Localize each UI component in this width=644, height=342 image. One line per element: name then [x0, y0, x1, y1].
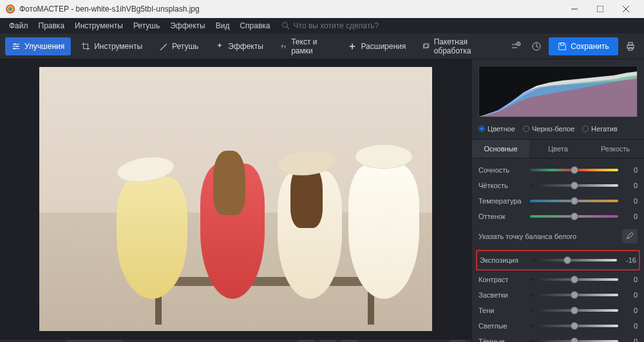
svg-rect-4: [597, 6, 603, 12]
svg-point-12: [16, 45, 18, 47]
tab-main[interactable]: Основные: [472, 140, 529, 158]
tab-text-label: Текст и рамки: [291, 37, 331, 55]
exposure-highlight-box: Экспозиция -16: [476, 250, 640, 271]
eyedropper-button[interactable]: [622, 229, 638, 243]
crop-icon: [81, 42, 90, 51]
radio-bw[interactable]: Черно-белое: [523, 125, 574, 133]
tab-retouch[interactable]: Ретушь: [153, 37, 205, 55]
radio-bw-label: Черно-белое: [532, 125, 574, 133]
slider-darks[interactable]: Тёмные 0: [478, 334, 638, 342]
svg-point-2: [8, 7, 12, 11]
slider-clarity-label: Чёткость: [478, 182, 526, 189]
tab-extensions[interactable]: Расширения: [341, 37, 412, 55]
slider-darks-value: 0: [622, 337, 638, 342]
print-icon: [625, 41, 636, 52]
canvas-viewport[interactable]: [0, 59, 471, 339]
slider-saturation-label: Сочность: [478, 166, 526, 174]
slider-saturation[interactable]: Сочность 0: [478, 162, 638, 178]
menu-help[interactable]: Справка: [234, 18, 275, 33]
menu-effects[interactable]: Эффекты: [165, 18, 211, 33]
slider-clarity[interactable]: Чёткость 0: [478, 178, 638, 193]
slider-temperature[interactable]: Температура 0: [478, 193, 638, 209]
toggle-preview-button[interactable]: [201, 339, 222, 342]
tab-improve-label: Улучшения: [24, 42, 64, 51]
svg-point-7: [282, 23, 287, 28]
tab-extensions-label: Расширения: [361, 42, 406, 51]
save-button[interactable]: Сохранить: [549, 37, 618, 55]
save-icon: [558, 42, 567, 51]
tab-effects[interactable]: Эффекты: [209, 37, 270, 55]
svg-rect-26: [561, 43, 564, 45]
photo-preview: [39, 67, 432, 331]
slider-darks-label: Тёмные: [478, 337, 526, 342]
histogram: [478, 66, 638, 117]
menu-retouch[interactable]: Ретушь: [128, 18, 165, 33]
slider-saturation-value: 0: [622, 166, 638, 174]
slider-exposure-label: Экспозиция: [480, 256, 527, 264]
slider-lights-value: 0: [622, 322, 638, 330]
white-balance-row: Указать точку баланса белого: [478, 224, 638, 249]
history-button[interactable]: [528, 37, 545, 55]
maximize-button[interactable]: [587, 0, 613, 18]
slider-tint-value: 0: [622, 213, 638, 220]
tab-retouch-label: Ретушь: [172, 42, 198, 51]
main-toolbar: Улучшения Инструменты Ретушь Эффекты Tт …: [0, 33, 644, 59]
slider-highlights-label: Засветки: [478, 291, 526, 299]
file-name: ben-white-s1ihVBg5tbI-unsplash.jpg: [76, 5, 200, 14]
slider-shadows[interactable]: Тени 0: [478, 303, 638, 318]
tab-improve[interactable]: Улучшения: [5, 37, 71, 55]
slider-shadows-label: Тени: [478, 307, 526, 314]
slider-tint-label: Оттенок: [478, 213, 526, 220]
svg-point-10: [14, 43, 16, 45]
print-button[interactable]: [622, 37, 639, 55]
slider-lights[interactable]: Светлые 0: [478, 318, 638, 334]
compare-button[interactable]: [227, 339, 247, 342]
plus-icon: [348, 42, 357, 51]
menubar: Файл Правка Инструменты Ретушь Эффекты В…: [0, 18, 644, 33]
slider-contrast[interactable]: Контраст 0: [478, 272, 638, 287]
tab-colors[interactable]: Цвета: [529, 140, 587, 158]
slider-highlights-value: 0: [622, 291, 638, 299]
tab-sharp[interactable]: Резкость: [587, 140, 644, 158]
radio-color[interactable]: Цветное: [478, 125, 515, 133]
tab-tools-label: Инструменты: [94, 42, 142, 51]
app-logo-icon: [5, 4, 15, 14]
app-title: ФотоМАСТЕР: [19, 5, 69, 14]
slider-exposure-value: -16: [621, 256, 636, 264]
tab-batch-label: Пакетная обработка: [434, 37, 493, 55]
canvas-area: Отменить Повторить Сбросить 1:1 20%: [0, 59, 471, 342]
sliders-add-icon: [511, 41, 521, 52]
command-search-input[interactable]: [294, 21, 435, 30]
bottom-bar: Отменить Повторить Сбросить 1:1 20%: [0, 339, 471, 342]
save-label: Сохранить: [571, 42, 609, 51]
history-icon: [531, 41, 542, 52]
menu-tools[interactable]: Инструменты: [70, 18, 128, 33]
presets-add-button[interactable]: [507, 37, 524, 55]
menu-view[interactable]: Вид: [211, 18, 235, 33]
close-button[interactable]: [613, 0, 639, 18]
title-separator: -: [69, 5, 76, 14]
tab-batch[interactable]: Пакетная обработка: [416, 37, 499, 55]
slider-highlights[interactable]: Засветки 0: [478, 287, 638, 303]
color-mode-row: Цветное Черно-белое Негатив: [472, 121, 644, 139]
white-balance-label: Указать точку баланса белого: [478, 233, 576, 240]
stack-icon: [422, 42, 430, 51]
radio-color-label: Цветное: [488, 125, 515, 133]
svg-rect-28: [629, 43, 632, 45]
tab-effects-label: Эффекты: [228, 42, 263, 51]
search-icon: [282, 22, 290, 30]
slider-exposure[interactable]: Экспозиция -16: [480, 252, 636, 268]
tab-text[interactable]: Tт Текст и рамки: [274, 37, 338, 55]
slider-tint[interactable]: Оттенок 0: [478, 209, 638, 224]
radio-negative[interactable]: Негатив: [582, 125, 618, 133]
menu-file[interactable]: Файл: [4, 18, 33, 33]
radio-negative-label: Негатив: [591, 125, 618, 133]
slider-clarity-value: 0: [622, 182, 638, 189]
slider-temperature-value: 0: [622, 197, 638, 205]
sliders-icon: [12, 42, 21, 51]
minimize-button[interactable]: [562, 0, 587, 18]
eyedropper-icon: [625, 232, 634, 241]
tab-tools[interactable]: Инструменты: [75, 37, 149, 55]
menu-edit[interactable]: Правка: [33, 18, 70, 33]
brush-icon: [159, 42, 168, 51]
